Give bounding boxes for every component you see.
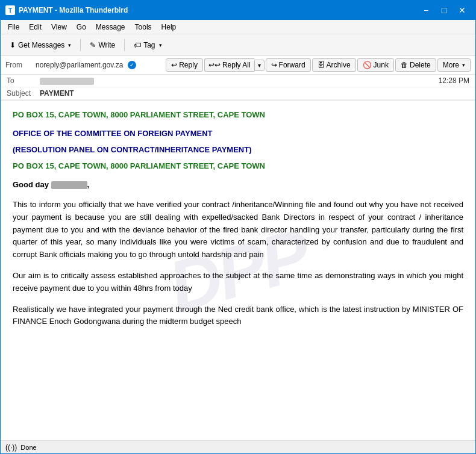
reply-all-dropdown-button[interactable]: ▾ xyxy=(254,60,265,71)
delete-icon: 🗑 xyxy=(401,61,408,69)
from-email: noreply@parliament.gov.za ✓ xyxy=(36,61,164,69)
menu-help[interactable]: Help xyxy=(157,22,181,33)
to-row: To 12:28 PM xyxy=(1,75,475,87)
get-messages-button[interactable]: ⬇ Get Messages ▾ xyxy=(4,39,77,52)
menu-go[interactable]: Go xyxy=(72,22,91,33)
tag-dropdown-icon: ▾ xyxy=(159,42,162,48)
email-time: 12:28 PM xyxy=(439,76,469,85)
junk-icon: 🚫 xyxy=(363,61,372,69)
close-button[interactable]: ✕ xyxy=(454,4,471,16)
main-window: T PAYMENT - Mozilla Thunderbird − □ ✕ Fi… xyxy=(0,0,476,454)
greeting-text: Good day xyxy=(13,180,49,189)
wifi-icon: ((·)) xyxy=(5,443,17,452)
reply-icon: ↩ xyxy=(171,61,177,69)
get-messages-icon: ⬇ xyxy=(10,41,16,49)
reply-all-icon: ↩↩ xyxy=(208,61,221,69)
toolbar: ⬇ Get Messages ▾ ✎ Write 🏷 Tag ▾ xyxy=(1,34,475,56)
tag-icon: 🏷 xyxy=(134,41,141,49)
delete-button[interactable]: 🗑 Delete xyxy=(395,58,436,72)
archive-button[interactable]: 🗄 Archive xyxy=(312,58,356,72)
forward-icon: ↪ xyxy=(271,61,277,69)
status-text: Done xyxy=(20,444,36,451)
email-content: PO BOX 15, CAPE TOWN, 8000 PARLIAMENT ST… xyxy=(13,110,463,328)
email-header: From noreply@parliament.gov.za ✓ ↩ Reply… xyxy=(1,56,475,101)
paragraph-3: Realistically we have integrated your pa… xyxy=(13,303,463,329)
reply-all-split: ↩↩ Reply All ▾ xyxy=(204,58,265,72)
tag-button[interactable]: 🏷 Tag ▾ xyxy=(128,39,167,52)
title-bar: T PAYMENT - Mozilla Thunderbird − □ ✕ xyxy=(1,1,475,20)
maximize-button[interactable]: □ xyxy=(436,4,453,16)
greeting: Good day , xyxy=(13,180,463,189)
archive-icon: 🗄 xyxy=(318,61,325,69)
from-label: From xyxy=(5,61,30,69)
reply-all-button[interactable]: ↩↩ Reply All xyxy=(204,58,254,72)
window-title: PAYMENT - Mozilla Thunderbird xyxy=(19,6,128,14)
address-line-2: PO BOX 15, CAPE TOWN, 8000 PARLIAMENT ST… xyxy=(13,161,463,170)
minimize-button[interactable]: − xyxy=(418,4,434,16)
email-body: DPP PO BOX 15, CAPE TOWN, 8000 PARLIAMEN… xyxy=(1,101,475,440)
address-line-1: PO BOX 15, CAPE TOWN, 8000 PARLIAMENT ST… xyxy=(13,110,463,119)
more-dropdown-icon: ▾ xyxy=(462,62,465,68)
office-title: OFFICE OF THE COMMITTEE ON FOREIGN PAYME… xyxy=(13,129,463,138)
paragraph-1: This to inform you officially that we ha… xyxy=(13,199,463,261)
write-icon: ✎ xyxy=(90,41,96,49)
from-action-bar: From noreply@parliament.gov.za ✓ ↩ Reply… xyxy=(1,56,475,75)
status-bar: ((·)) Done xyxy=(1,440,475,453)
subject-value: PAYMENT xyxy=(40,89,469,98)
from-address: noreply@parliament.gov.za xyxy=(36,61,123,69)
more-button[interactable]: More ▾ xyxy=(437,58,471,72)
paragraph-2: Our aim is to critically assess establis… xyxy=(13,270,463,295)
title-bar-controls: − □ ✕ xyxy=(418,4,471,16)
reply-button[interactable]: ↩ Reply xyxy=(166,58,203,72)
toolbar-separator-2 xyxy=(124,39,125,51)
to-value xyxy=(40,76,439,85)
to-label: To xyxy=(7,76,40,85)
subject-label: Subject xyxy=(7,89,40,98)
recipient-name-redacted xyxy=(51,181,87,189)
menu-tools[interactable]: Tools xyxy=(130,22,157,33)
toolbar-separator-1 xyxy=(80,39,81,51)
junk-button[interactable]: 🚫 Junk xyxy=(357,58,394,72)
to-address-redacted xyxy=(40,78,94,85)
menu-message[interactable]: Message xyxy=(91,22,130,33)
subject-row: Subject PAYMENT xyxy=(1,87,475,100)
app-icon: T xyxy=(5,5,15,15)
title-bar-left: T PAYMENT - Mozilla Thunderbird xyxy=(5,5,128,15)
verified-icon: ✓ xyxy=(128,61,136,69)
resolution-panel: (RESOLUTION PANEL ON CONTRACT/INHERITANC… xyxy=(13,145,463,154)
menu-edit[interactable]: Edit xyxy=(24,22,46,33)
menu-file[interactable]: File xyxy=(3,22,24,33)
forward-button[interactable]: ↪ Forward xyxy=(266,58,311,72)
get-messages-dropdown-icon: ▾ xyxy=(68,42,71,48)
action-buttons: ↩ Reply ↩↩ Reply All ▾ ↪ Forward 🗄 Arch xyxy=(166,58,471,72)
menu-bar: File Edit View Go Message Tools Help xyxy=(1,20,475,34)
menu-view[interactable]: View xyxy=(46,22,72,33)
write-button[interactable]: ✎ Write xyxy=(84,39,121,52)
